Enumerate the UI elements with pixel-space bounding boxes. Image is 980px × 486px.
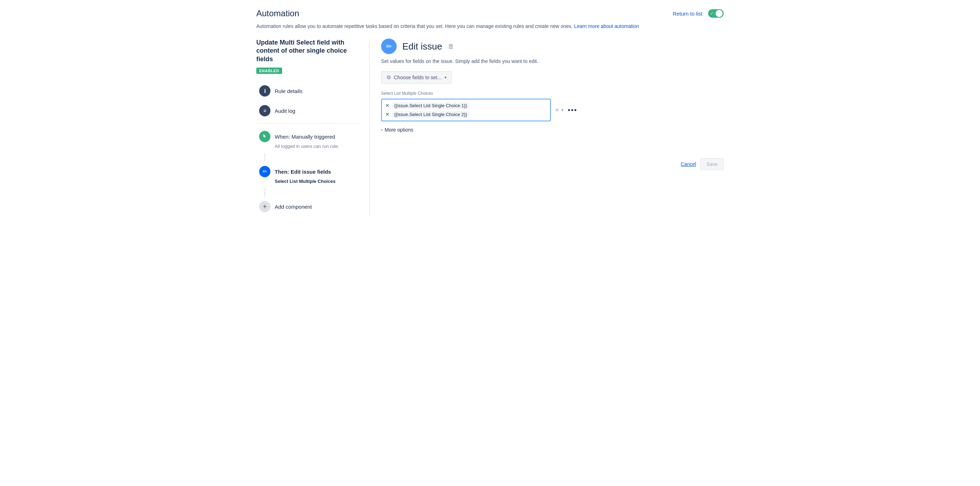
- audit-log-label: Audit log: [275, 108, 295, 114]
- select-field-box[interactable]: ✕ {{issue.Select List Single Choice 1}} …: [381, 99, 551, 121]
- main-layout: Update Multi Select field with content o…: [256, 38, 724, 217]
- edit-issue-icon: ✏: [381, 38, 397, 54]
- action-row: ✏ Then: Edit issue fields: [259, 166, 358, 177]
- clear-button[interactable]: ✕: [555, 107, 559, 113]
- rule-name: Update Multi Select field with content o…: [256, 38, 361, 63]
- content-area: ✏ Edit issue 🗑 Set values for fields on …: [369, 38, 724, 217]
- tag-1-remove-btn[interactable]: ✕: [385, 103, 389, 108]
- trigger-label: When: Manually triggered: [275, 134, 335, 140]
- trigger-section[interactable]: When: Manually triggered All logged in u…: [256, 127, 361, 153]
- field-section-label: Select List Multiple Choices: [381, 91, 724, 96]
- page-title: Automation: [256, 8, 299, 18]
- action-label: Then: Edit issue fields: [275, 169, 331, 175]
- dropdown-arrow-icon[interactable]: ▾: [562, 108, 563, 113]
- more-options-label: More options: [385, 127, 413, 133]
- action-section[interactable]: ✏ Then: Edit issue fields Select List Mu…: [256, 162, 361, 188]
- select-controls: ✕ ▾: [555, 107, 563, 113]
- choose-fields-button[interactable]: ⚙ Choose fields to set... ▾: [381, 71, 452, 84]
- cancel-button[interactable]: Cancel: [681, 161, 696, 167]
- sidebar-item-rule-details[interactable]: ℹ Rule details: [256, 81, 361, 101]
- automation-toggle[interactable]: [708, 9, 724, 18]
- audit-log-icon: ≡: [259, 105, 270, 116]
- tag-row-2: ✕ {{issue.Select List Single Choice 2}}: [385, 111, 547, 118]
- save-button[interactable]: Save: [700, 158, 724, 170]
- sidebar-divider: [256, 123, 361, 124]
- header-right: Return to list: [673, 9, 724, 18]
- more-options-dots-button[interactable]: •••: [568, 106, 578, 114]
- edit-issue-title: Edit issue: [402, 41, 442, 52]
- tag-1-value: {{issue.Select List Single Choice 1}}: [392, 102, 469, 109]
- add-component-label: Add component: [275, 204, 312, 210]
- tag-2-remove-btn[interactable]: ✕: [385, 112, 389, 117]
- learn-more-link[interactable]: Learn more about automation: [574, 23, 639, 29]
- content-footer: Cancel Save: [381, 150, 724, 170]
- add-component-icon: +: [259, 201, 270, 212]
- rule-details-icon: ℹ: [259, 85, 270, 97]
- more-options-link[interactable]: › More options: [381, 127, 724, 133]
- tag-row-1: ✕ {{issue.Select List Single Choice 1}}: [385, 102, 547, 109]
- chevron-right-icon: ›: [381, 127, 382, 132]
- enabled-badge: ENABLED: [256, 68, 282, 74]
- trash-icon[interactable]: 🗑: [448, 43, 454, 50]
- connector-line: [264, 153, 265, 162]
- toggle-knob: [716, 10, 722, 17]
- multi-select-container: ✕ {{issue.Select List Single Choice 1}} …: [381, 99, 724, 121]
- return-to-list-link[interactable]: Return to list: [673, 11, 703, 17]
- gear-icon: ⚙: [387, 74, 391, 81]
- trigger-row: When: Manually triggered: [259, 131, 358, 142]
- choose-fields-label: Choose fields to set...: [394, 75, 442, 80]
- sidebar-nav: ℹ Rule details ≡ Audit log: [256, 81, 361, 217]
- edit-description: Set values for fields on the issue. Simp…: [381, 58, 724, 64]
- connector-line-2: [264, 188, 265, 197]
- chevron-down-icon: ▾: [444, 75, 447, 80]
- action-icon: ✏: [259, 166, 270, 177]
- sidebar-item-audit-log[interactable]: ≡ Audit log: [256, 101, 361, 121]
- rule-details-label: Rule details: [275, 88, 302, 94]
- sidebar: Update Multi Select field with content o…: [256, 38, 369, 217]
- tag-2-value: {{issue.Select List Single Choice 2}}: [392, 111, 469, 118]
- page-description: Automation rules allow you to automate r…: [256, 22, 724, 30]
- add-component-row[interactable]: + Add component: [256, 197, 361, 217]
- trigger-icon: [259, 131, 270, 142]
- edit-issue-header: ✏ Edit issue 🗑: [381, 38, 724, 54]
- action-sublabel: Select List Multiple Choices: [259, 178, 358, 184]
- trigger-sublabel: All logged in users can run rule.: [259, 143, 358, 149]
